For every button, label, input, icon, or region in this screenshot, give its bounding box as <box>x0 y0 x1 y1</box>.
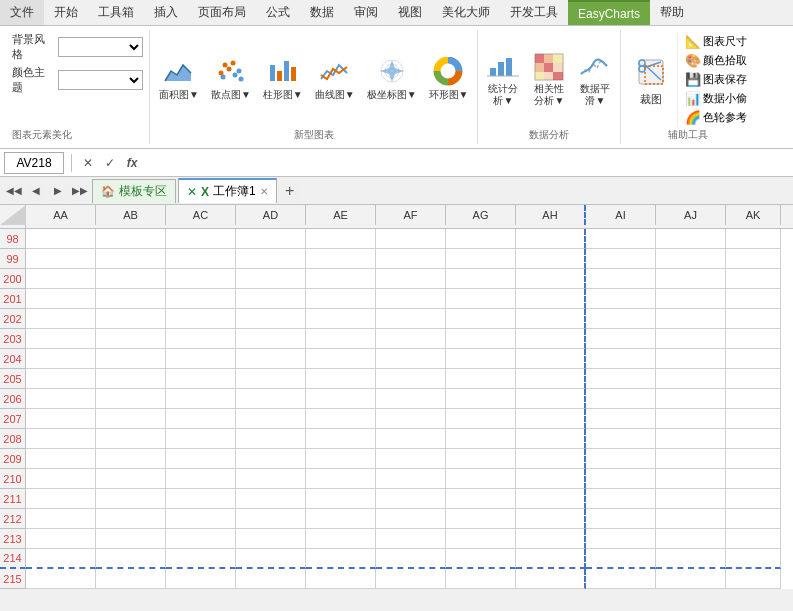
grid-cell[interactable] <box>96 329 166 349</box>
grid-cell[interactable] <box>446 289 516 309</box>
row-number[interactable]: 201 <box>0 289 26 309</box>
grid-cell[interactable] <box>26 489 96 509</box>
grid-cell[interactable] <box>516 529 586 549</box>
grid-cell[interactable] <box>516 269 586 289</box>
grid-cell[interactable] <box>586 389 656 409</box>
grid-cell[interactable] <box>656 269 726 289</box>
grid-cell[interactable] <box>376 309 446 329</box>
tab-easycharts[interactable]: EasyCharts <box>568 0 650 25</box>
color-wheel-btn[interactable]: 🌈 色轮参考 <box>682 108 750 126</box>
col-header-ab[interactable]: AB <box>96 205 166 225</box>
row-number[interactable]: 210 <box>0 469 26 489</box>
row-number[interactable]: 212 <box>0 509 26 529</box>
grid-cell[interactable] <box>26 249 96 269</box>
grid-cell[interactable] <box>96 549 166 569</box>
row-number[interactable]: 211 <box>0 489 26 509</box>
col-header-ac[interactable]: AC <box>166 205 236 225</box>
background-style-select[interactable] <box>58 37 143 57</box>
grid-cell[interactable] <box>726 249 781 269</box>
grid-cell[interactable] <box>96 529 166 549</box>
grid-cell[interactable] <box>516 469 586 489</box>
grid-cell[interactable] <box>26 349 96 369</box>
grid-cell[interactable] <box>236 509 306 529</box>
bar-chart-btn[interactable]: 柱形图▼ <box>258 53 308 105</box>
grid-cell[interactable] <box>726 469 781 489</box>
grid-cell[interactable] <box>656 389 726 409</box>
chart-size-btn[interactable]: 📐 图表尺寸 <box>682 32 750 50</box>
grid-cell[interactable] <box>376 369 446 389</box>
grid-cell[interactable] <box>446 249 516 269</box>
grid-cell[interactable] <box>726 409 781 429</box>
grid-cell[interactable] <box>306 269 376 289</box>
grid-cell[interactable] <box>376 289 446 309</box>
grid-cell[interactable] <box>656 569 726 589</box>
add-sheet-btn[interactable]: + <box>279 180 301 202</box>
grid-cell[interactable] <box>656 509 726 529</box>
row-number[interactable]: 200 <box>0 269 26 289</box>
tab-beautify[interactable]: 美化大师 <box>432 0 500 25</box>
row-number[interactable]: 215 <box>0 569 26 589</box>
grid-cell[interactable] <box>166 509 236 529</box>
grid-cell[interactable] <box>166 329 236 349</box>
template-tab[interactable]: 🏠 模板专区 <box>92 179 176 203</box>
grid-cell[interactable] <box>306 489 376 509</box>
confirm-btn[interactable]: ✓ <box>101 154 119 172</box>
row-number[interactable]: 206 <box>0 389 26 409</box>
grid-cell[interactable] <box>726 529 781 549</box>
grid-cell[interactable] <box>306 449 376 469</box>
grid-cell[interactable] <box>656 549 726 569</box>
grid-cell[interactable] <box>446 389 516 409</box>
grid-cell[interactable] <box>26 529 96 549</box>
area-chart-btn[interactable]: 面积图▼ <box>154 53 204 105</box>
grid-cell[interactable] <box>726 389 781 409</box>
grid-cell[interactable] <box>446 449 516 469</box>
tab-view[interactable]: 视图 <box>388 0 432 25</box>
grid-cell[interactable] <box>26 229 96 249</box>
sheet1-tab[interactable]: ✕ X 工作簿1 ✕ <box>178 178 277 203</box>
grid-cell[interactable] <box>236 469 306 489</box>
col-header-aj[interactable]: AJ <box>656 205 726 225</box>
data-steal-btn[interactable]: 📊 数据小偷 <box>682 89 750 107</box>
grid-cell[interactable] <box>96 309 166 329</box>
grid-cell[interactable] <box>166 409 236 429</box>
grid-cell[interactable] <box>236 409 306 429</box>
tab-insert[interactable]: 插入 <box>144 0 188 25</box>
grid-cell[interactable] <box>586 329 656 349</box>
tab-data[interactable]: 数据 <box>300 0 344 25</box>
col-header-ah[interactable]: AH <box>516 205 586 225</box>
grid-cell[interactable] <box>446 429 516 449</box>
grid-cell[interactable] <box>586 309 656 329</box>
grid-cell[interactable] <box>376 469 446 489</box>
grid-cell[interactable] <box>376 529 446 549</box>
grid-cell[interactable] <box>516 509 586 529</box>
row-number[interactable]: 209 <box>0 449 26 469</box>
row-number[interactable]: 207 <box>0 409 26 429</box>
grid-cell[interactable] <box>236 389 306 409</box>
grid-cell[interactable] <box>306 509 376 529</box>
grid-cell[interactable] <box>726 569 781 589</box>
grid-cell[interactable] <box>236 309 306 329</box>
grid-cell[interactable] <box>96 289 166 309</box>
grid-cell[interactable] <box>166 429 236 449</box>
grid-cell[interactable] <box>376 449 446 469</box>
grid-cell[interactable] <box>166 229 236 249</box>
grid-cell[interactable] <box>166 549 236 569</box>
grid-cell[interactable] <box>446 489 516 509</box>
tab-devtools[interactable]: 开发工具 <box>500 0 568 25</box>
grid-cell[interactable] <box>446 469 516 489</box>
grid-cell[interactable] <box>166 249 236 269</box>
grid-cell[interactable] <box>516 349 586 369</box>
grid-cell[interactable] <box>166 269 236 289</box>
tab-file[interactable]: 文件 <box>0 0 44 25</box>
grid-cell[interactable] <box>446 549 516 569</box>
grid-cell[interactable] <box>446 369 516 389</box>
grid-cell[interactable] <box>446 269 516 289</box>
grid-cell[interactable] <box>166 349 236 369</box>
grid-cell[interactable] <box>656 329 726 349</box>
grid-cell[interactable] <box>586 249 656 269</box>
grid-cell[interactable] <box>26 549 96 569</box>
grid-cell[interactable] <box>166 449 236 469</box>
grid-cell[interactable] <box>446 329 516 349</box>
grid-cell[interactable] <box>166 569 236 589</box>
grid-cell[interactable] <box>236 249 306 269</box>
